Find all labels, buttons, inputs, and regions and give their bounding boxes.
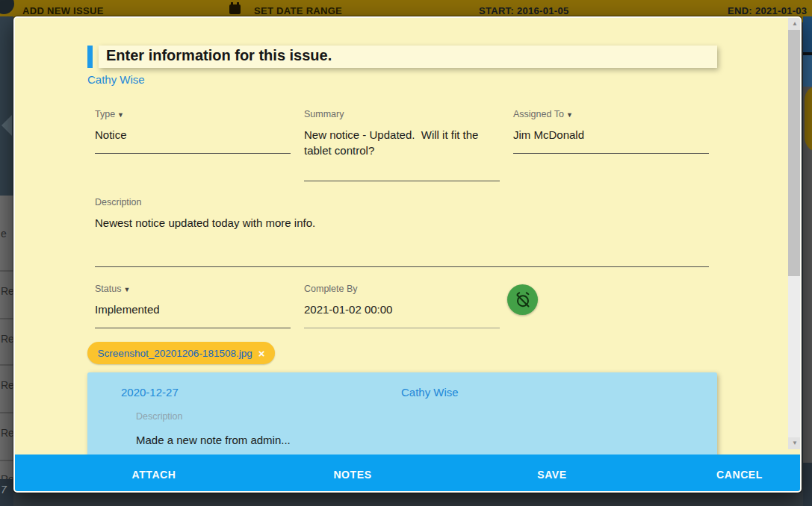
type-select[interactable]: Type▼ Notice <box>95 109 291 143</box>
complete-by-value[interactable]: 2021-01-02 00:00 <box>304 302 500 317</box>
dropdown-arrow-icon: ▼ <box>117 111 124 119</box>
dialog-scrollbar[interactable]: ▲ ▼ <box>788 18 802 449</box>
attachment-filename: Screenshot_20201206-181508.jpg <box>98 348 252 359</box>
type-underline <box>95 153 291 154</box>
assigned-to-label: Assigned To <box>513 109 564 119</box>
dialog-header: Enter information for this issue. <box>99 46 717 68</box>
table-row: Re <box>1 379 14 391</box>
menu-fab-partial <box>0 0 14 14</box>
summary-value[interactable]: New notice - Updated. Will it fit the ta… <box>304 127 500 158</box>
table-cell-partial: e <box>1 228 7 240</box>
complete-by-underline <box>304 328 500 328</box>
type-value[interactable]: Notice <box>95 127 291 143</box>
table-row: Re <box>1 285 14 297</box>
alarm-off-icon <box>514 291 532 309</box>
note-description-label: Description <box>136 411 183 422</box>
notes-button[interactable]: NOTES <box>333 455 371 493</box>
status-value[interactable]: Implemented <box>95 302 291 317</box>
chevron-down-icon: ▼ <box>792 440 798 446</box>
page-number: 7 <box>1 484 7 496</box>
note-date: 2020-12-27 <box>121 386 179 399</box>
add-new-issue-button[interactable]: ADD NEW ISSUE <box>22 5 104 16</box>
complete-by-label: Complete By <box>304 284 358 294</box>
status-select[interactable]: Status▼ Implemented <box>95 284 291 317</box>
alarm-toggle-button[interactable] <box>507 284 538 315</box>
scroll-down-button[interactable]: ▼ <box>788 437 802 449</box>
set-date-range-button[interactable]: SET DATE RANGE <box>254 5 342 16</box>
assigned-to-select[interactable]: Assigned To▼ Jim McDonald <box>513 109 709 143</box>
type-label: Type <box>95 109 115 119</box>
dropdown-arrow-icon: ▼ <box>123 286 130 293</box>
summary-field[interactable]: Summary New notice - Updated. Will it fi… <box>304 109 500 158</box>
background-fab-partial <box>805 85 812 152</box>
start-date-label: START: 2016-01-05 <box>479 5 568 16</box>
issue-author-link[interactable]: Cathy Wise <box>87 73 145 86</box>
complete-by-field[interactable]: Complete By 2021-01-02 00:00 <box>304 284 500 317</box>
summary-label: Summary <box>304 109 344 119</box>
summary-underline <box>304 181 500 181</box>
dropdown-arrow-icon: ▼ <box>566 111 573 119</box>
note-text: Made a new note from admin... <box>136 434 291 446</box>
cancel-button[interactable]: CANCEL <box>716 455 763 493</box>
background-panel <box>0 16 13 196</box>
scroll-up-button[interactable]: ▲ <box>788 18 802 30</box>
background-right-edge <box>803 16 812 506</box>
note-author: Cathy Wise <box>401 386 459 399</box>
table-row: Re <box>1 333 14 345</box>
dialog-action-bar: ATTACH NOTES SAVE CANCEL <box>15 455 802 493</box>
description-label: Description <box>95 197 142 207</box>
app-screen: ADD NEW ISSUE SET DATE RANGE START: 2016… <box>0 0 812 506</box>
background-table-edge: e Re Re Re Re Re 7 <box>0 16 13 506</box>
status-label: Status <box>95 284 121 294</box>
title-accent-bar <box>87 46 93 68</box>
description-underline <box>95 266 709 267</box>
chevron-left-icon <box>1 115 12 136</box>
description-value[interactable]: Newest notice updated today with more in… <box>95 215 709 231</box>
scrollbar-thumb[interactable] <box>788 30 802 276</box>
end-date-label: END: 2021-01-03 <box>728 5 807 16</box>
close-icon[interactable]: × <box>258 348 265 359</box>
assigned-to-value[interactable]: Jim McDonald <box>513 127 709 143</box>
dialog-title: Enter information for this issue. <box>106 47 332 64</box>
description-field[interactable]: Description Newest notice updated today … <box>95 197 709 231</box>
save-button[interactable]: SAVE <box>537 455 567 493</box>
calendar-icon <box>229 4 241 14</box>
attachment-chip[interactable]: Screenshot_20201206-181508.jpg × <box>87 342 275 364</box>
issue-dialog: Enter information for this issue. Cathy … <box>13 16 802 493</box>
table-row: Re <box>1 427 14 439</box>
assigned-to-underline <box>513 153 709 154</box>
chevron-up-icon: ▲ <box>792 20 798 27</box>
status-underline <box>95 328 291 328</box>
attach-button[interactable]: ATTACH <box>131 455 176 493</box>
